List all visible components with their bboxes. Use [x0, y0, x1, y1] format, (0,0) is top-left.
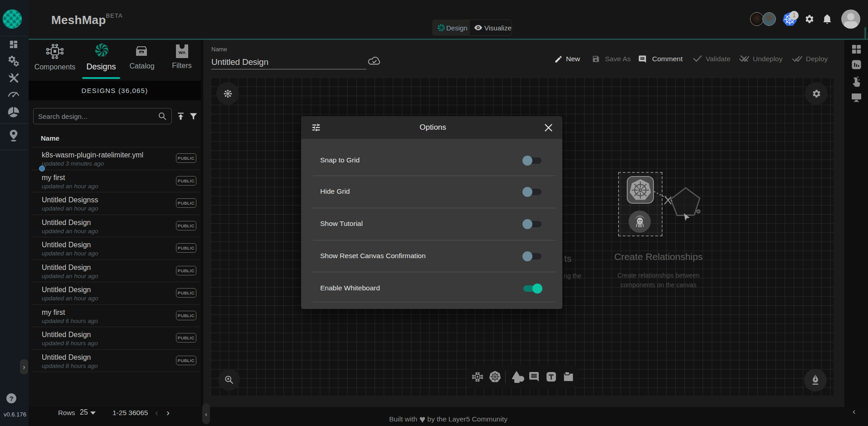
svg-text:WA: WA [179, 50, 185, 55]
